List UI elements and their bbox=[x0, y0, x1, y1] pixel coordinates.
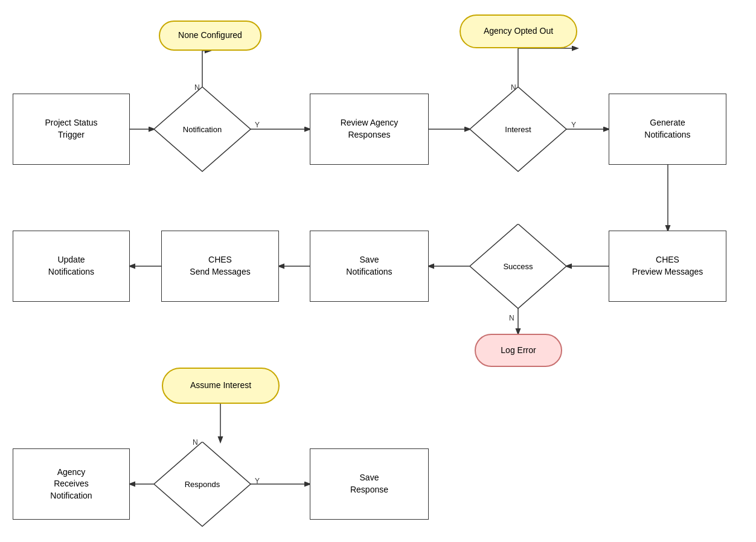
notification-diamond-label: Notification bbox=[183, 125, 222, 134]
log-error-pill: Log Error bbox=[475, 334, 562, 367]
agency-receives-notification-label: Agency Receives Notification bbox=[50, 467, 92, 502]
log-error-label: Log Error bbox=[501, 345, 536, 357]
save-notifications-node: Save Notifications bbox=[310, 231, 429, 302]
interest-diamond: Interest bbox=[470, 87, 566, 171]
update-notifications-node: Update Notifications bbox=[13, 231, 130, 302]
agency-opted-out-label: Agency Opted Out bbox=[484, 25, 553, 37]
update-notifications-label: Update Notifications bbox=[48, 254, 94, 278]
save-response-node: Save Response bbox=[310, 448, 429, 520]
ches-send-messages-node: CHES Send Messages bbox=[161, 231, 279, 302]
responds-n-label: N bbox=[193, 438, 198, 447]
success-diamond: Success bbox=[470, 224, 566, 308]
success-diamond-label: Success bbox=[503, 262, 533, 271]
assume-interest-label: Assume Interest bbox=[190, 380, 251, 392]
interest-diamond-label: Interest bbox=[505, 125, 531, 134]
none-configured-pill: None Configured bbox=[159, 21, 261, 51]
none-configured-label: None Configured bbox=[178, 30, 242, 42]
project-status-trigger-node: Project Status Trigger bbox=[13, 94, 130, 165]
responds-diamond-label: Responds bbox=[185, 480, 220, 489]
agency-opted-out-pill: Agency Opted Out bbox=[460, 14, 577, 48]
save-notifications-label: Save Notifications bbox=[346, 254, 392, 278]
responds-y-label: Y bbox=[255, 477, 260, 485]
generate-notifications-node: Generate Notifications bbox=[609, 94, 726, 165]
assume-interest-pill: Assume Interest bbox=[162, 368, 280, 404]
ches-send-messages-label: CHES Send Messages bbox=[190, 254, 250, 278]
notification-y-label: Y bbox=[255, 121, 260, 129]
interest-y-label: Y bbox=[571, 121, 576, 129]
interest-n-label: N bbox=[511, 83, 516, 92]
review-agency-responses-label: Review Agency Responses bbox=[341, 117, 399, 141]
success-n-label: N bbox=[509, 314, 514, 322]
ches-preview-messages-label: CHES Preview Messages bbox=[632, 254, 703, 278]
save-response-label: Save Response bbox=[350, 472, 388, 496]
agency-receives-notification-node: Agency Receives Notification bbox=[13, 448, 130, 520]
notification-n-label: N bbox=[194, 83, 200, 92]
review-agency-responses-node: Review Agency Responses bbox=[310, 94, 429, 165]
project-status-trigger-label: Project Status Trigger bbox=[45, 117, 97, 141]
generate-notifications-label: Generate Notifications bbox=[644, 117, 690, 141]
responds-diamond: Responds bbox=[154, 442, 251, 526]
notification-diamond: Notification bbox=[154, 87, 251, 171]
ches-preview-messages-node: CHES Preview Messages bbox=[609, 231, 726, 302]
